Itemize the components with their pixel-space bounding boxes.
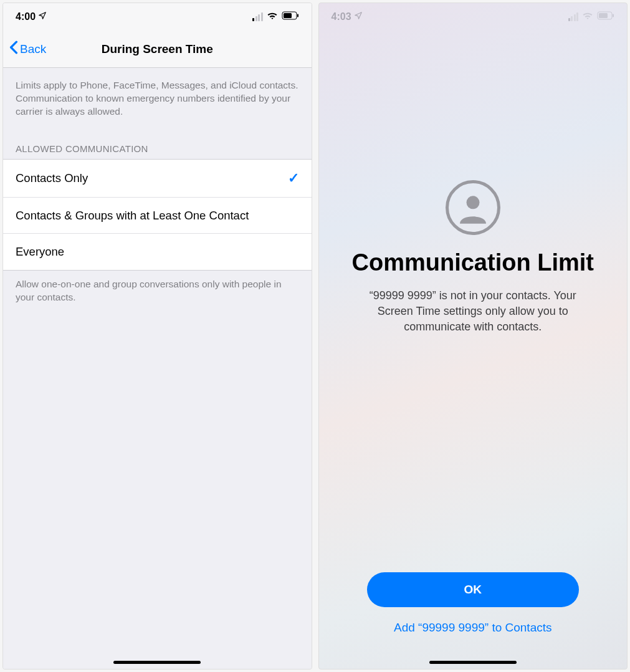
battery-icon [597,11,614,22]
cellular-signal-icon [252,12,263,21]
svg-rect-5 [613,14,614,17]
allowed-communication-options: Contacts Only ✓ Contacts & Groups with a… [3,159,312,271]
communication-limit-screen: 4:03 [318,2,628,670]
ok-button[interactable]: OK [367,572,579,607]
option-contacts-only[interactable]: Contacts Only ✓ [3,160,312,198]
location-icon [354,11,363,22]
cellular-signal-icon [568,12,579,21]
status-time: 4:03 [332,11,351,22]
navigation-bar: Back During Screen Time [3,31,312,68]
section-description: Limits apply to Phone, FaceTime, Message… [3,68,312,125]
chevron-left-icon [9,41,18,57]
location-icon [38,11,47,22]
back-button[interactable]: Back [9,41,46,57]
section-footer: Allow one-on-one and group conversations… [3,271,312,312]
svg-rect-1 [284,13,292,18]
option-label: Contacts Only [16,171,288,186]
limit-title: Communication Limit [352,249,594,277]
wifi-icon [267,11,278,22]
option-everyone[interactable]: Everyone [3,234,312,270]
settings-screen: 4:00 Back Durin [2,2,312,670]
option-label: Everyone [16,244,299,259]
option-contacts-and-groups[interactable]: Contacts & Groups with at Least One Cont… [3,198,312,234]
page-title: During Screen Time [3,42,312,56]
wifi-icon [582,11,593,22]
home-indicator[interactable] [429,661,517,664]
section-header: ALLOWED COMMUNICATION [3,125,312,159]
svg-point-6 [466,196,479,209]
status-time: 4:00 [16,11,36,22]
back-label: Back [20,42,46,56]
bottom-actions: OK Add “99999 9999” to Contacts [319,572,628,635]
status-bar: 4:00 [3,3,312,31]
battery-icon [282,11,299,22]
add-label: Add “99999 9999” to Contacts [394,621,552,634]
limit-description: “99999 9999” is not in your contacts. Yo… [355,288,591,335]
svg-rect-2 [297,14,298,17]
svg-rect-4 [599,13,608,18]
home-indicator[interactable] [113,661,201,664]
content-area: Limits apply to Phone, FaceTime, Message… [3,68,312,669]
status-bar: 4:03 [319,3,628,31]
ok-label: OK [464,583,482,597]
checkmark-icon: ✓ [288,170,299,188]
option-label: Contacts & Groups with at Least One Cont… [16,208,299,223]
contact-placeholder-icon [446,180,500,235]
add-to-contacts-link[interactable]: Add “99999 9999” to Contacts [394,621,552,635]
